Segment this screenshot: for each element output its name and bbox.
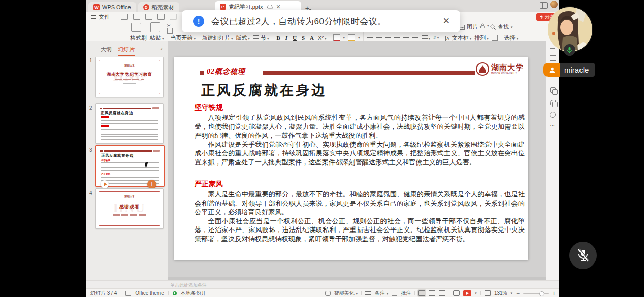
bold-button[interactable]: B: [275, 35, 281, 41]
file-menu[interactable]: 文件: [86, 13, 114, 21]
paste-icon[interactable]: [150, 22, 160, 33]
info-icon: !: [193, 16, 204, 27]
section-paragraph: 作风建设是关乎我们党能否守住初心、实现执政使命的重大问题，各级纪检监察机关紧紧围…: [195, 140, 525, 167]
italic-button[interactable]: I: [284, 35, 288, 41]
selection-pane-icon[interactable]: [550, 100, 556, 105]
tab-docer[interactable]: D 稻壳素材: [138, 2, 179, 12]
number-list-icon[interactable]: [412, 36, 418, 40]
beautify-button[interactable]: 智能美化 ▾: [334, 290, 358, 297]
slide-number: 2: [89, 105, 92, 111]
underline-button[interactable]: U: [292, 35, 298, 41]
slide-number: 1: [89, 58, 92, 63]
banner-close-icon[interactable]: ✕: [443, 16, 450, 26]
slide-section-1[interactable]: 坚守铁规 八项规定引领了从党风政风到民风的系统性变革，各方面风气的持续改善让每一…: [195, 103, 525, 167]
presenter-view-icon[interactable]: [453, 290, 460, 296]
superscript-button[interactable]: X² ▾: [318, 35, 326, 41]
line-spacing-icon[interactable]: ▾: [422, 35, 430, 41]
slide-section-2[interactable]: 严正家风 家人是生命中最重要的部分，最放不下的牵挂。和睦的家庭氛围、健康的亲情关…: [195, 180, 525, 244]
slide-sorter-view-icon[interactable]: [429, 290, 435, 296]
undo-icon[interactable]: [170, 14, 177, 20]
slide-thumbnail-4[interactable]: HNU 湖南大学 感谢观看: [95, 188, 164, 229]
slideshow-play-button[interactable]: [463, 290, 471, 296]
section-paragraph: 全面小康社会应当是一个权利公正、机会公正、规则公正的社会，而一些领导干部不仅自身…: [195, 217, 525, 244]
layout-toggle-icon[interactable]: [540, 2, 548, 9]
current-slide[interactable]: 02概念梳理 湖南大学 HUNAN UNIVERSITY 正风反腐就在身边 坚守…: [174, 57, 528, 260]
beautify-icon: [325, 291, 331, 296]
tab-label: 稻壳素材: [152, 4, 174, 11]
notes-icon: [365, 291, 371, 295]
output-icon[interactable]: [133, 14, 140, 20]
animation-pane-icon[interactable]: [550, 87, 556, 93]
theme-label[interactable]: Office theme: [135, 290, 164, 296]
ppt-file-icon: P: [220, 4, 226, 10]
comments-icon: [392, 291, 397, 296]
align-left-icon[interactable]: [367, 36, 373, 40]
slide-title[interactable]: 正风反腐就在身边: [201, 81, 327, 100]
align-right-icon[interactable]: [385, 36, 391, 40]
history-icon[interactable]: [550, 112, 556, 118]
slide-section-tag[interactable]: 02概念梳理: [207, 67, 245, 76]
backup-label[interactable]: 本地备份开: [181, 290, 206, 297]
person-icon: [480, 23, 485, 28]
more-tools-icon[interactable]: ⋯: [550, 124, 556, 127]
hamburger-icon: [91, 15, 96, 19]
align-justify-icon[interactable]: [394, 36, 400, 40]
print-preview-icon[interactable]: [157, 14, 165, 20]
slide-panel: 大纲 幻灯片 ‹ 1 HNU 湖南大学 湖南大学党纪学习教育 2 正风反腐就在身…: [86, 41, 168, 280]
properties-icon[interactable]: [550, 55, 556, 61]
picture-button[interactable]: 图片▾: [459, 23, 482, 31]
strikethrough-button[interactable]: S: [301, 35, 306, 41]
play-options-chevron-icon[interactable]: ▾: [475, 291, 477, 295]
zoom-chevron-icon[interactable]: ▾: [510, 291, 512, 295]
close-tab-icon[interactable]: ✕: [276, 4, 281, 10]
group-icon[interactable]: [492, 35, 498, 41]
zoom-in-button[interactable]: +: [552, 290, 556, 297]
mic-muted-button[interactable]: [569, 242, 597, 269]
zoom-out-button[interactable]: −: [516, 290, 520, 297]
header-bar: [263, 71, 475, 75]
slide-thumbnail-2[interactable]: 正风反腐就在身边: [95, 103, 164, 144]
notes-bar[interactable]: 单击此处添加备注: [86, 280, 559, 289]
align-center-icon[interactable]: [376, 36, 382, 40]
textbox-icon: A: [445, 36, 450, 41]
print-icon[interactable]: [145, 14, 152, 20]
university-logo: 湖南大学 HUNAN UNIVERSITY: [476, 62, 524, 76]
find-button[interactable]: 查找▾: [490, 23, 513, 31]
tab-outline[interactable]: 大纲: [101, 46, 112, 53]
fit-slide-icon[interactable]: [485, 290, 491, 296]
docer-icon: D: [143, 4, 149, 10]
slide-thumbnail-1[interactable]: HNU 湖南大学 湖南大学党纪学习教育: [95, 57, 164, 97]
participant-name-pill: miracle: [543, 63, 595, 77]
search-icon: [490, 24, 496, 30]
comments-button[interactable]: 批注: [401, 290, 411, 297]
account-avatar[interactable]: [550, 1, 558, 8]
banner-text: 会议已超过2人，自动转为60分钟限时会议。: [211, 16, 387, 27]
tab-wps-home[interactable]: W WPS Office: [88, 2, 136, 12]
mic-muted-icon: [576, 248, 590, 262]
participant-mic-on-icon: [564, 44, 575, 56]
section-icon: [253, 35, 259, 40]
normal-view-icon[interactable]: [418, 290, 425, 296]
tab-slides[interactable]: 幻灯片: [118, 46, 135, 56]
clear-format-button[interactable]: A: [309, 35, 315, 41]
reading-view-icon[interactable]: [439, 290, 445, 296]
format-painter-icon[interactable]: [131, 23, 141, 32]
slide-number: 3: [89, 147, 92, 153]
backup-status-icon: [173, 291, 177, 295]
play-slide-button[interactable]: [101, 180, 109, 188]
participant-name: miracle: [560, 63, 595, 77]
zoom-level[interactable]: 131%: [494, 290, 507, 296]
bullet-list-icon[interactable]: [403, 36, 409, 40]
wps-logo-icon: W: [93, 4, 100, 10]
insert-shape-button[interactable]: ▾: [480, 23, 489, 28]
text-direction-icon[interactable]: ⇵ ▾: [433, 36, 439, 40]
notes-button[interactable]: 备注 ▾: [375, 290, 388, 297]
canvas-scroll-strip[interactable]: [168, 277, 546, 280]
save-icon[interactable]: [121, 14, 128, 20]
collapse-panel-icon[interactable]: ‹: [160, 46, 163, 52]
add-slide-button[interactable]: +: [147, 180, 156, 189]
zoom-slider[interactable]: [523, 293, 549, 294]
status-bar: 幻灯片 3 / 4 Office theme 本地备份开 智能美化 ▾ 备注 ▾…: [86, 288, 559, 297]
collapse-icon[interactable]: [550, 48, 555, 49]
section-heading: 严正家风: [195, 180, 525, 189]
